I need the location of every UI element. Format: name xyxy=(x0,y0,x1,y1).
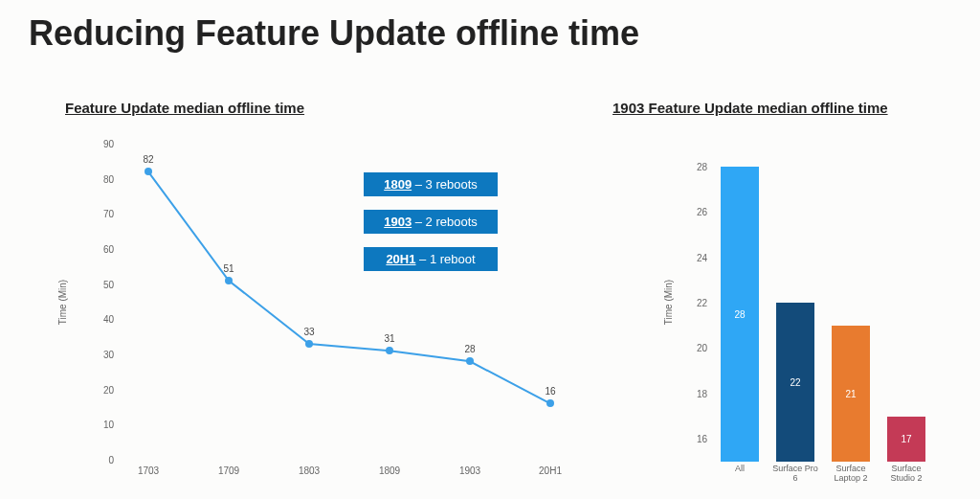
line-chart-xtick: 1703 xyxy=(138,465,159,476)
line-chart-point xyxy=(466,357,474,365)
bar-chart-xtick: Surface Pro 6 xyxy=(771,465,819,484)
right-chart-title: 1903 Feature Update median offline time xyxy=(612,100,888,116)
line-chart-data-label: 16 xyxy=(545,387,555,397)
line-chart-ytick: 50 xyxy=(90,279,114,289)
bar-chart-value-label: 21 xyxy=(832,388,870,398)
line-chart-ylabel: Time (Min) xyxy=(57,280,68,325)
line-chart-ytick: 90 xyxy=(90,139,114,149)
line-chart-data-label: 31 xyxy=(384,334,394,345)
line-chart-point xyxy=(386,347,393,354)
line-chart-xtick: 1809 xyxy=(379,465,400,476)
bar-chart-ytick: 28 xyxy=(688,161,707,171)
bar-chart-ylabel: Time (Min) xyxy=(663,280,674,325)
bar-chart-bar: 17 xyxy=(887,417,925,462)
line-chart-ytick: 10 xyxy=(90,420,114,430)
line-chart-data-label: 33 xyxy=(303,327,314,337)
line-chart-xtick: 1903 xyxy=(459,465,480,476)
line-chart-ytick: 40 xyxy=(90,314,114,325)
line-chart-ytick: 70 xyxy=(90,209,114,219)
line-chart-data-label: 28 xyxy=(464,345,475,355)
bar-chart-value-label: 22 xyxy=(776,377,814,388)
bar-chart-ytick: 20 xyxy=(688,343,707,353)
bar-chart-xtick: All xyxy=(716,465,764,474)
line-chart-data-label: 82 xyxy=(143,155,153,166)
line-chart-ytick: 60 xyxy=(90,244,114,255)
bar-chart-ytick: 22 xyxy=(688,298,707,308)
line-chart-xtick: 1709 xyxy=(218,465,239,476)
bar-chart-ytick: 16 xyxy=(688,434,707,444)
bar-chart-ytick: 18 xyxy=(688,388,707,398)
bar-chart-ytick: 26 xyxy=(688,207,707,217)
bar-chart-bar: 22 xyxy=(776,303,814,462)
slide-title: Reducing Feature Update offline time xyxy=(29,13,639,54)
bar-chart-value-label: 17 xyxy=(887,434,925,444)
bar-chart-xtick: Surface Studio 2 xyxy=(882,465,930,484)
line-chart-point xyxy=(546,399,554,407)
line-chart-ytick: 20 xyxy=(90,384,114,395)
left-chart-title: Feature Update median offline time xyxy=(65,100,304,116)
bar-chart-bar: 21 xyxy=(832,326,870,462)
line-chart-data-label: 51 xyxy=(223,263,234,274)
bar-chart-xtick: Surface Laptop 2 xyxy=(827,465,875,484)
line-chart-ytick: 30 xyxy=(90,350,114,360)
bar-chart-value-label: 28 xyxy=(721,308,759,319)
line-chart-xtick: 20H1 xyxy=(539,465,562,476)
bar-chart: Time (Min) 1618202224262828All22Surface … xyxy=(684,134,952,469)
line-chart-point xyxy=(145,168,152,175)
line-chart-point xyxy=(305,340,313,348)
bar-chart-bar: 28 xyxy=(721,167,759,462)
bar-chart-ytick: 24 xyxy=(688,252,707,262)
line-chart-point xyxy=(225,277,233,284)
line-chart-ytick: 80 xyxy=(90,173,114,184)
line-chart: Time (Min) 01020304050607080901703170918… xyxy=(86,134,584,469)
line-chart-xtick: 1803 xyxy=(299,465,320,476)
line-chart-ytick: 0 xyxy=(90,455,114,465)
